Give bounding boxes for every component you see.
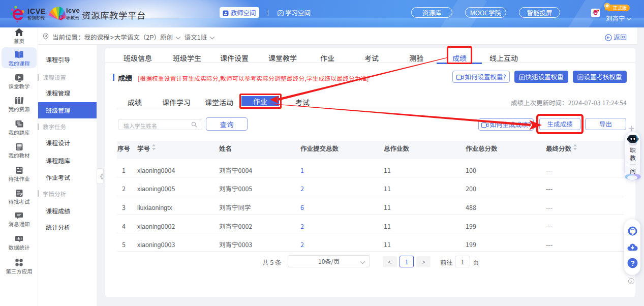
svg-text:?: ? bbox=[630, 259, 635, 267]
